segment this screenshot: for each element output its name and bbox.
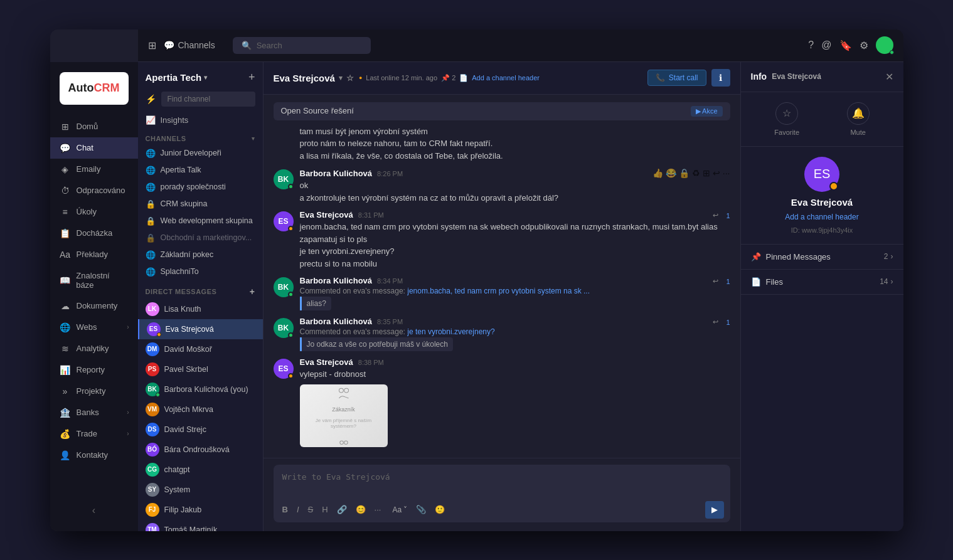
dm-item-barbora[interactable]: BK Barbora Kulichová (you) <box>138 379 263 399</box>
sidebar-toolbar: ⚡ <box>138 89 263 112</box>
reaction-lock[interactable]: 🔒 <box>679 168 689 178</box>
message-image[interactable]: Zákazník Je vám příjemně s naším systéme… <box>300 384 388 447</box>
reply-count[interactable]: 1 <box>726 212 730 219</box>
mute-action[interactable]: 🔔 Mute <box>847 102 870 136</box>
channel-item-zakladni[interactable]: 🌐 Základní pokec <box>138 246 263 263</box>
channel-item-obchodni[interactable]: 🔒 Obchodní a marketingov... <box>138 230 263 246</box>
heading-button[interactable]: H <box>319 504 330 515</box>
sidebar-item-dochazka[interactable]: 📋 Docházka <box>50 223 138 244</box>
main-chat: Eva Strejcová ▾ ☆ ● Last online 12 min. … <box>264 62 740 531</box>
bookmark-icon[interactable]: 🔖 <box>839 40 852 51</box>
dm-item-bara[interactable]: BÓ Bára Ondroušková <box>138 440 263 460</box>
user-avatar-header[interactable] <box>876 36 893 54</box>
send-message-button[interactable]: ▶ <box>705 501 724 519</box>
text-size-button[interactable]: Aa ˅ <box>392 505 407 514</box>
message-header: Barbora Kulichová 8:35 PM ↩ 1 <box>300 317 730 326</box>
sidebar-item-projekty[interactable]: » Projekty <box>50 381 138 402</box>
reaction-more[interactable]: ··· <box>723 168 730 178</box>
help-icon[interactable]: ? <box>808 40 814 51</box>
quoted-message: Jo odkaz a vše co potřebuji máš v úkolec… <box>300 337 453 351</box>
sidebar-item-domu[interactable]: ⊞ Domů <box>50 116 138 137</box>
dm-item-vojtech[interactable]: VM Vojtěch Mkrva <box>138 399 263 420</box>
emoji-picker-button[interactable]: 🙂 <box>432 504 447 515</box>
message-time: 8:31 PM <box>358 211 384 219</box>
sidebar-item-analytiky[interactable]: ≋ Analytiky <box>50 338 138 359</box>
action-button[interactable]: ▶ Akce <box>691 106 723 117</box>
reaction-laugh[interactable]: 😂 <box>666 168 676 178</box>
channel-item-webdev[interactable]: 🔒 Web development skupina <box>138 213 263 230</box>
emoji-button[interactable]: 😊 <box>353 504 368 515</box>
add-channel-button[interactable]: + <box>248 71 255 84</box>
dm-item-david-m[interactable]: DM David Moškoř <box>138 339 263 359</box>
dm-item-chatgpt[interactable]: CG chatgpt <box>138 460 263 480</box>
add-dm-button[interactable]: + <box>250 287 255 297</box>
reply-count[interactable]: 1 <box>726 319 730 326</box>
sidebar: Apertia Tech ▾ + ⚡ 📈 Insights CHANNELS ▾… <box>138 62 264 531</box>
channel-item-splachni[interactable]: 🌐 SplachniTo <box>138 263 263 280</box>
link-button[interactable]: 🔗 <box>334 504 349 515</box>
dm-item-filip[interactable]: FJ Filip Jakub <box>138 500 263 520</box>
attachment-button[interactable]: 📎 <box>413 504 429 515</box>
channel-item-porady[interactable]: 🌐 porady společnosti <box>138 179 263 196</box>
reaction-recycle[interactable]: ♻ <box>692 168 700 178</box>
reaction-grid[interactable]: ⊞ <box>703 168 710 178</box>
app-logo[interactable]: AutoCRM <box>60 72 129 105</box>
close-panel-button[interactable]: ✕ <box>885 71 893 83</box>
dm-item-eva[interactable]: ES Eva Strejcová <box>138 319 263 339</box>
start-call-button[interactable]: 📞 Start call <box>647 70 706 86</box>
strikethrough-button[interactable]: S <box>306 504 316 515</box>
dm-item-tomas[interactable]: TM Tomáš Martiník <box>138 520 263 531</box>
add-header-link[interactable]: Add a channel header <box>785 213 858 221</box>
sidebar-item-reporty[interactable]: 📊 Reporty <box>50 359 138 381</box>
filter-icon[interactable]: ⚡ <box>146 94 156 104</box>
settings-icon[interactable]: ⚙ <box>860 40 868 51</box>
sidebar-item-chat[interactable]: 💬 Chat <box>50 137 138 159</box>
dm-item-david-s[interactable]: DS David Strejc <box>138 420 263 440</box>
reply-icon[interactable]: ↩ <box>713 277 718 285</box>
files-section[interactable]: 📄 Files 14 › <box>741 270 903 295</box>
sidebar-item-trade[interactable]: 💰 Trade › <box>50 423 138 445</box>
add-channel-header-link[interactable]: Add a channel header <box>472 74 540 82</box>
global-search-bar[interactable]: 🔍 Search <box>233 37 371 54</box>
reply-count[interactable]: 1 <box>726 278 730 285</box>
insights-item[interactable]: 📈 Insights <box>138 112 263 129</box>
quoted-link[interactable]: jenom.bacha, ted nam crm pro vytobni sys… <box>407 287 590 295</box>
sidebar-item-preklady[interactable]: Aa Překlady <box>50 244 138 265</box>
grid-icon: ⊞ <box>59 122 72 132</box>
sidebar-item-webs[interactable]: 🌐 Webs › <box>50 317 138 338</box>
quoted-link[interactable]: je ten vyrobni.zverejneny? <box>407 327 494 336</box>
reaction-thumbsup[interactable]: 👍 <box>652 168 663 178</box>
workspace-title[interactable]: Apertia Tech ▾ <box>146 72 208 83</box>
pinned-messages-section[interactable]: 📌 Pinned Messages 2 › <box>741 245 903 270</box>
favorite-action[interactable]: ☆ Favorite <box>774 102 799 136</box>
dm-item-system[interactable]: SY System <box>138 480 263 500</box>
sidebar-item-dokumenty[interactable]: ☁ Dokumenty <box>50 295 138 317</box>
chat-subtitle: ● Last online 12 min. ago 📌 2 📄 Add a ch… <box>359 74 540 82</box>
channel-item-junior[interactable]: 🌐 Junior Developeři <box>138 145 263 162</box>
avatar: FJ <box>146 503 159 517</box>
avatar: ES <box>274 359 294 379</box>
reaction-reply[interactable]: ↩ <box>713 168 720 178</box>
sidebar-item-banks[interactable]: 🏦 Banks › <box>50 402 138 423</box>
find-channel-input[interactable] <box>161 92 255 107</box>
dm-item-lisa[interactable]: LK Lisa Knuth <box>138 299 263 319</box>
italic-button[interactable]: I <box>294 504 302 515</box>
dm-item-pavel[interactable]: PS Pavel Skrbel <box>138 359 263 379</box>
channel-item-apertia-talk[interactable]: 🌐 Apertia Talk <box>138 162 263 179</box>
more-format-button[interactable]: ··· <box>372 504 384 515</box>
grid-icon[interactable]: ⊞ <box>148 40 156 51</box>
info-panel-button[interactable]: ℹ <box>711 69 730 87</box>
reply-icon[interactable]: ↩ <box>713 211 718 219</box>
mention-icon[interactable]: @ <box>821 40 831 51</box>
sidebar-item-kontakty[interactable]: 👤 Kontakty <box>50 445 138 466</box>
bold-button[interactable]: B <box>280 504 290 515</box>
channel-item-crm[interactable]: 🔒 CRM skupina <box>138 196 263 213</box>
sidebar-item-odpracovano[interactable]: ⏱ Odpracováno <box>50 180 138 201</box>
collapse-nav-button[interactable]: ‹ <box>87 500 100 521</box>
message-input[interactable] <box>274 465 730 496</box>
reply-icon[interactable]: ↩ <box>713 318 718 326</box>
sidebar-item-znalostni[interactable]: 📖 Znalostní báze <box>50 265 138 295</box>
favorite-star-icon[interactable]: ☆ <box>346 73 354 83</box>
sidebar-item-ukoly[interactable]: ≡ Úkoly <box>50 201 138 223</box>
sidebar-item-emaily[interactable]: ◈ Emaily <box>50 159 138 180</box>
